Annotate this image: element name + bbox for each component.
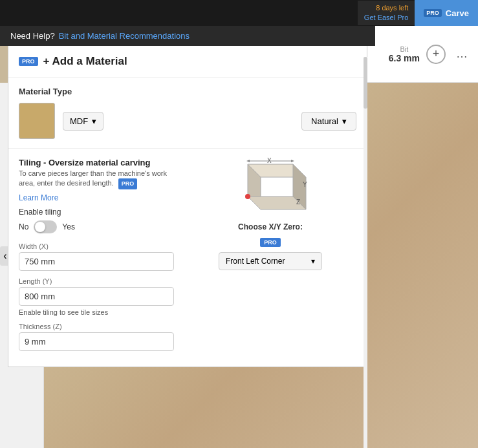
material-type-chevron: ▾ [92,116,96,126]
thickness-input[interactable] [19,332,174,351]
dims-right: X Y Z Choose X/Y Zero: P [184,158,356,357]
tiling-toggle[interactable] [34,220,57,233]
pro-badge: PRO [424,9,442,17]
top-bar: 8 days left Get Easel Pro PRO Carve [0,0,478,26]
modal-header: PRO + Add a Material [8,46,367,78]
help-bar: Need Help? Bit and Material Recommendati… [0,26,375,46]
svg-text:Y: Y [303,181,307,188]
length-label: Length (Y) [19,277,174,285]
toggle-yes-label: Yes [62,222,75,231]
scrollbar-thumb [364,57,367,109]
tiling-pro-badge: PRO [118,178,138,189]
modal-title: + Add a Material [43,55,127,68]
svg-marker-9 [246,160,250,162]
length-input[interactable] [19,287,174,306]
xyz-zero-label: Choose X/Y Zero: [238,222,303,231]
natural-chevron: ▾ [342,116,347,126]
modal-scrollbar[interactable] [364,57,367,448]
carve-label: Carve [446,8,469,18]
carve-button[interactable]: PRO Carve [415,0,478,26]
bit-section: Bit 6.3 mm [389,45,420,63]
width-input[interactable] [19,252,174,271]
natural-value: Natural [311,116,338,126]
modal-pro-badge: PRO [19,57,38,66]
toggle-no-label: No [19,222,28,231]
toggle-knob [35,222,45,232]
add-material-button[interactable]: + [426,45,446,64]
material-modal: PRO + Add a Material Material Type MDF ▾… [8,46,367,367]
material-type-value: MDF [70,116,88,126]
thickness-label: Thickness (Z) [19,323,174,330]
trial-days: 8 days left [364,3,408,13]
length-field-group: Length (Y) Enable tiling to see tile siz… [19,277,174,316]
enable-tiling-row: Enable tiling [19,208,174,217]
material-type-section: Material Type MDF ▾ Natural ▾ [8,78,367,149]
svg-point-7 [245,194,250,199]
tiling-toggle-row: No Yes [19,220,174,233]
dimensions-section: Tiling - Oversize material carving To ca… [8,149,367,367]
zero-position-chevron: ▾ [311,257,315,266]
width-field-group: Width (X) [19,242,174,271]
dimension-fields: Width (X) Length (Y) Enable tiling to se… [19,242,174,351]
modal-overlay: Need Help? Bit and Material Recommendati… [0,26,375,448]
enable-tiling-label: Enable tiling [19,208,61,217]
more-options-button[interactable]: … [452,45,472,64]
learn-more-link[interactable]: Learn More [19,193,174,202]
bit-label: Bit [400,45,408,53]
dims-left: Tiling - Oversize material carving To ca… [19,158,174,357]
natural-select[interactable]: Natural ▾ [301,112,356,131]
get-pro-link[interactable]: Get Easel Pro [364,13,408,23]
help-text: Need Help? [10,31,55,41]
material-row: MDF ▾ Natural ▾ [19,103,356,139]
zero-position-value: Front Left Corner [226,257,285,266]
recommendations-link[interactable]: Bit and Material Recommendations [59,31,190,41]
width-label: Width (X) [19,242,174,250]
material-diagram: X Y Z [228,158,312,216]
thickness-field-group: Thickness (Z) [19,323,174,351]
svg-text:Z: Z [296,198,300,206]
tiling-note: Enable tiling to see tile sizes [19,308,174,316]
tiling-title: Tiling - Oversize material carving [19,158,151,167]
trial-info: 8 days left Get Easel Pro [358,1,415,26]
material-color-swatch [19,103,55,139]
zero-position-select[interactable]: Front Left Corner ▾ [219,252,322,270]
material-type-select[interactable]: MDF ▾ [63,112,103,131]
bit-value: 6.3 mm [389,53,420,63]
svg-marker-10 [291,160,294,162]
material-type-label: Material Type [19,87,356,96]
tiling-desc: To carve pieces larger than the machine'… [19,169,167,187]
xyz-pro-badge: PRO [260,238,281,247]
